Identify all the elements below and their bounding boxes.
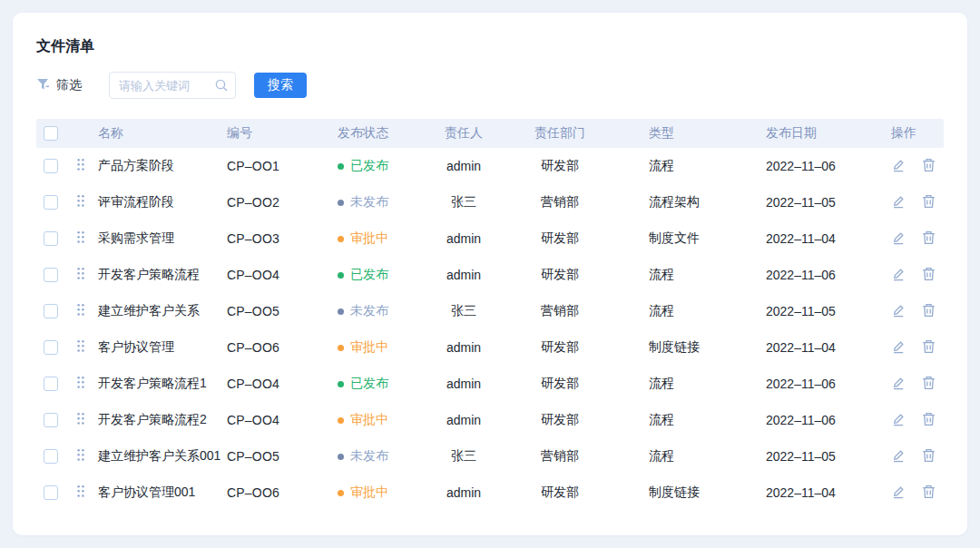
- doc-department: 研发部: [508, 230, 612, 247]
- trash-icon[interactable]: [922, 194, 936, 211]
- drag-handle-icon[interactable]: [76, 376, 85, 392]
- doc-name: 开发客户策略流程: [98, 267, 227, 283]
- doc-type: 制度链接: [612, 484, 766, 501]
- row-checkbox[interactable]: [44, 304, 58, 318]
- doc-type: 流程: [612, 158, 766, 174]
- doc-owner: admin: [419, 231, 508, 246]
- doc-type: 流程架构: [612, 194, 766, 210]
- drag-handle-icon[interactable]: [76, 484, 85, 501]
- pencil-icon[interactable]: [891, 267, 906, 284]
- trash-icon[interactable]: [922, 230, 936, 248]
- trash-icon[interactable]: [922, 158, 936, 175]
- doc-type: 流程: [612, 412, 766, 428]
- doc-code: CP–OO3: [227, 231, 338, 246]
- table-row: 采购需求管理 CP–OO3 审批中 admin 研发部 制度文件 2022–11…: [36, 220, 944, 257]
- status-dot-icon: [338, 308, 344, 315]
- col-header-type: 类型: [612, 125, 766, 142]
- pencil-icon[interactable]: [891, 412, 906, 429]
- pencil-icon[interactable]: [891, 194, 906, 211]
- doc-owner: 张三: [419, 194, 508, 210]
- pencil-icon[interactable]: [891, 448, 906, 465]
- col-header-date: 发布日期: [766, 125, 891, 142]
- row-checkbox[interactable]: [44, 485, 58, 500]
- row-checkbox[interactable]: [44, 449, 58, 464]
- status-label: 审批中: [350, 412, 388, 428]
- status-dot-icon: [338, 163, 344, 170]
- status-label: 未发布: [350, 448, 388, 465]
- status-label: 未发布: [350, 303, 388, 319]
- doc-name: 开发客户策略流程1: [98, 376, 227, 392]
- trash-icon[interactable]: [922, 412, 936, 429]
- pencil-icon[interactable]: [891, 230, 906, 248]
- drag-handle-icon[interactable]: [76, 267, 85, 283]
- page-title: 文件清单: [36, 36, 944, 56]
- row-checkbox[interactable]: [44, 195, 58, 210]
- row-checkbox[interactable]: [44, 268, 58, 282]
- trash-icon[interactable]: [922, 376, 936, 393]
- select-all-checkbox[interactable]: [44, 126, 58, 141]
- trash-icon[interactable]: [922, 267, 936, 284]
- doc-code: CP–OO5: [227, 449, 338, 464]
- row-checkbox[interactable]: [44, 159, 58, 173]
- table-row: 建立维护客户关系001 CP–OO5 未发布 张三 营销部 流程 2022–11…: [36, 438, 944, 475]
- toolbar: 筛选 搜索: [36, 72, 944, 99]
- trash-icon[interactable]: [922, 303, 936, 320]
- status-label: 已发布: [350, 376, 388, 392]
- status-label: 已发布: [350, 267, 388, 283]
- drag-handle-icon[interactable]: [76, 339, 85, 356]
- pencil-icon[interactable]: [891, 484, 906, 502]
- filter-button[interactable]: 筛选: [36, 77, 82, 93]
- trash-icon[interactable]: [922, 339, 936, 357]
- doc-name: 产品方案阶段: [98, 158, 227, 174]
- drag-handle-icon[interactable]: [76, 194, 85, 210]
- doc-code: CP–OO4: [227, 413, 338, 427]
- doc-type: 流程: [612, 303, 766, 319]
- search-button[interactable]: 搜索: [254, 73, 307, 98]
- doc-name: 开发客户策略流程2: [98, 412, 227, 428]
- doc-date: 2022–11–06: [766, 159, 891, 173]
- status-label: 已发布: [350, 158, 388, 174]
- row-checkbox[interactable]: [44, 413, 58, 427]
- trash-icon[interactable]: [922, 448, 936, 465]
- drag-handle-icon[interactable]: [76, 230, 85, 247]
- drag-handle-icon[interactable]: [76, 303, 85, 319]
- doc-code: CP–OO1: [227, 159, 338, 173]
- doc-owner: admin: [419, 413, 508, 427]
- doc-department: 营销部: [508, 303, 612, 319]
- doc-department: 研发部: [508, 376, 612, 392]
- drag-handle-icon[interactable]: [76, 158, 85, 174]
- col-header-owner: 责任人: [419, 125, 508, 142]
- drag-handle-icon[interactable]: [76, 448, 85, 465]
- funnel-icon: [36, 78, 50, 93]
- status-dot-icon: [338, 381, 344, 387]
- doc-type: 制度链接: [612, 339, 766, 356]
- status-badge: 已发布: [338, 267, 419, 283]
- col-header-status: 发布状态: [338, 125, 419, 142]
- file-table: 名称 编号 发布状态 责任人 责任部门 类型 发布日期 操作 产品方案阶段 CP…: [36, 119, 944, 511]
- row-checkbox[interactable]: [44, 377, 58, 391]
- status-label: 审批中: [350, 484, 388, 501]
- status-badge: 已发布: [338, 158, 419, 174]
- doc-name: 评审流程阶段: [98, 194, 227, 210]
- status-badge: 审批中: [338, 412, 419, 428]
- doc-owner: admin: [419, 377, 508, 391]
- status-dot-icon: [338, 200, 344, 206]
- drag-handle-icon[interactable]: [76, 412, 85, 428]
- status-label: 未发布: [350, 194, 388, 210]
- table-row: 开发客户策略流程 CP–OO4 已发布 admin 研发部 流程 2022–11…: [36, 257, 944, 293]
- doc-name: 建立维护客户关系: [98, 303, 227, 319]
- pencil-icon[interactable]: [891, 339, 906, 357]
- doc-department: 研发部: [508, 339, 612, 356]
- status-badge: 审批中: [338, 339, 419, 356]
- row-checkbox[interactable]: [44, 340, 58, 355]
- doc-code: CP–OO5: [227, 304, 338, 318]
- table-row: 客户协议管理 CP–OO6 审批中 admin 研发部 制度链接 2022–11…: [36, 329, 944, 366]
- pencil-icon[interactable]: [891, 376, 906, 393]
- row-checkbox[interactable]: [44, 231, 58, 246]
- table-row: 评审流程阶段 CP–OO2 未发布 张三 营销部 流程架构 2022–11–05: [36, 184, 944, 220]
- pencil-icon[interactable]: [891, 158, 906, 175]
- trash-icon[interactable]: [922, 484, 936, 502]
- col-header-name: 名称: [98, 125, 227, 142]
- pencil-icon[interactable]: [891, 303, 906, 320]
- search-input[interactable]: [109, 72, 236, 99]
